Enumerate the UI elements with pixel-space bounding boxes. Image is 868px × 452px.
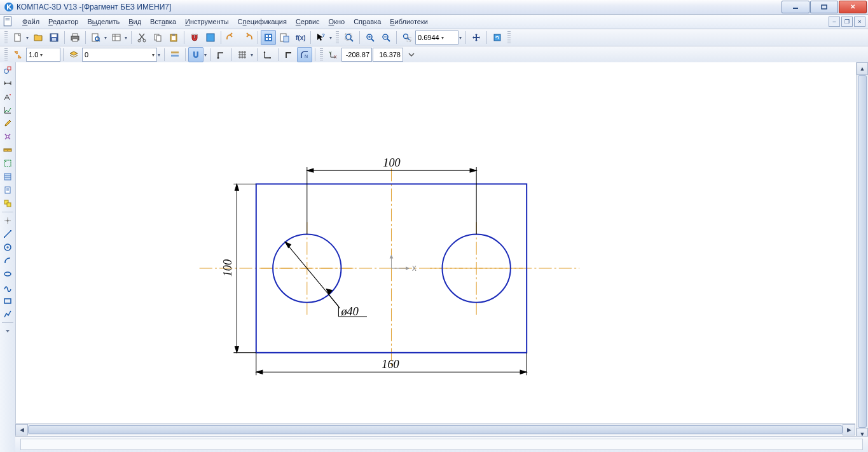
drawing-canvas[interactable]: X 100 100 <box>16 62 868 452</box>
select-tool[interactable] <box>1 157 15 170</box>
spec-tool[interactable] <box>1 170 15 183</box>
edit-tool[interactable] <box>1 117 15 130</box>
window-close-button[interactable]: ✕ <box>839 1 867 13</box>
preview-button[interactable] <box>88 30 104 45</box>
properties-button[interactable] <box>109 30 124 45</box>
mdi-close-button[interactable]: × <box>854 17 865 27</box>
point-tool[interactable] <box>1 214 15 227</box>
help-cursor-button[interactable]: ? <box>313 30 329 45</box>
window-minimize-button[interactable] <box>782 1 809 13</box>
coord-y-field[interactable]: 16.378 <box>373 48 403 62</box>
layer-icon[interactable] <box>66 47 81 62</box>
undo-button[interactable] <box>224 30 239 45</box>
new-button[interactable] <box>10 30 25 45</box>
ortho-draw-button[interactable] <box>281 47 296 62</box>
svg-rect-93 <box>10 230 11 231</box>
open-button[interactable] <box>31 30 46 45</box>
report-tool[interactable] <box>1 184 15 196</box>
paste-button[interactable] <box>166 30 181 45</box>
fill-button[interactable] <box>203 30 218 45</box>
toolbar-grip-end[interactable] <box>507 31 511 44</box>
toolbar-grip[interactable] <box>336 31 339 44</box>
spec-doc-button[interactable] <box>277 30 292 45</box>
coord-icon[interactable]: YX <box>326 47 341 62</box>
toolbar-grip[interactable] <box>4 31 8 44</box>
zoom-in-button[interactable] <box>362 30 378 45</box>
print-button[interactable] <box>67 30 83 45</box>
scale-icon[interactable] <box>10 47 25 62</box>
coord-x-field[interactable]: -208.87 <box>341 48 372 62</box>
designation-tool[interactable] <box>1 90 15 103</box>
toolbar-grip[interactable] <box>320 48 323 61</box>
cut-button[interactable] <box>134 30 149 45</box>
window-maximize-button[interactable] <box>810 1 838 13</box>
redo-button[interactable] <box>240 30 255 45</box>
svg-text:N: N <box>305 54 308 58</box>
svg-line-117 <box>329 295 340 308</box>
menu-insert[interactable]: Вставка <box>146 17 181 27</box>
ellipse-tool[interactable] <box>1 268 15 280</box>
menu-spec[interactable]: Спецификация <box>233 17 291 27</box>
measure-tool[interactable] <box>1 144 15 156</box>
scale-combo[interactable]: 1.0▾ <box>26 48 60 62</box>
rectangle-tool[interactable] <box>1 294 15 307</box>
menu-help[interactable]: Справка <box>349 17 385 27</box>
lcs-button[interactable] <box>260 47 275 62</box>
vscroll-thumb[interactable] <box>858 75 867 428</box>
mdi-restore-button[interactable]: ❐ <box>841 17 853 27</box>
snap-toggle-button[interactable] <box>188 47 203 62</box>
geometry-tool[interactable] <box>1 64 15 76</box>
scroll-up-button[interactable]: ▲ <box>857 62 868 75</box>
zoom-fit-button[interactable] <box>341 30 357 45</box>
scroll-right-button[interactable]: ▶ <box>843 424 855 435</box>
refresh-button[interactable] <box>490 30 505 45</box>
arc-tool[interactable] <box>1 254 15 267</box>
pan-button[interactable] <box>469 30 484 45</box>
menu-select[interactable]: Выделить <box>83 17 124 27</box>
scroll-left-button[interactable]: ◀ <box>15 424 28 435</box>
insert-tool[interactable] <box>1 197 15 210</box>
circle-tool[interactable] <box>1 241 15 254</box>
document-system-icon[interactable] <box>3 16 14 27</box>
zoom-window-button[interactable] <box>399 30 415 45</box>
toolbar-grip[interactable] <box>4 48 8 61</box>
variables-button[interactable]: f(x) <box>293 30 308 45</box>
svg-rect-16 <box>113 34 120 41</box>
menu-file[interactable]: Файл <box>18 17 44 27</box>
save-button[interactable] <box>46 30 62 45</box>
dimension-tool[interactable] <box>1 77 15 90</box>
construction-designation-tool[interactable] <box>1 104 15 116</box>
styles-button[interactable] <box>167 47 183 62</box>
new-dropdown[interactable]: ▾ <box>25 35 30 41</box>
parametric-tool[interactable] <box>1 130 15 143</box>
svg-rect-3 <box>4 17 11 26</box>
coord-dropdown[interactable] <box>404 47 419 62</box>
magnet-button[interactable] <box>187 30 202 45</box>
zoom-combo[interactable]: 0.6944▾ <box>415 31 458 45</box>
zoom-out-button[interactable] <box>378 30 394 45</box>
menu-window[interactable]: Окно <box>324 17 350 27</box>
axis-x-label: X <box>412 265 417 272</box>
round-button[interactable]: N <box>297 47 312 62</box>
svg-line-15 <box>99 40 100 41</box>
mdi-minimize-button[interactable]: – <box>829 17 840 27</box>
line-tool[interactable] <box>1 228 15 240</box>
menu-edit[interactable]: Редактор <box>44 17 83 27</box>
spline-tool[interactable] <box>1 281 15 294</box>
menu-tools[interactable]: Инструменты <box>181 17 233 27</box>
copy-button[interactable] <box>150 30 165 45</box>
ortho-button[interactable] <box>214 47 229 62</box>
vertical-scrollbar[interactable]: ▲ ▼ <box>856 62 868 441</box>
hscroll-thumb[interactable] <box>28 425 843 434</box>
horizontal-scrollbar[interactable]: ◀ ▶ <box>15 423 855 435</box>
layer-combo[interactable]: 0▾ <box>82 48 157 62</box>
grid-button[interactable] <box>235 47 250 62</box>
manager-button[interactable] <box>261 30 276 45</box>
vertical-toolbar <box>0 62 16 452</box>
polyline-tool[interactable] <box>1 308 15 320</box>
menu-view[interactable]: Вид <box>124 17 146 27</box>
menu-libs[interactable]: Библиотеки <box>385 17 432 27</box>
menu-service[interactable]: Сервис <box>291 17 324 27</box>
expand-icon[interactable] <box>1 325 15 338</box>
svg-rect-26 <box>192 34 194 35</box>
